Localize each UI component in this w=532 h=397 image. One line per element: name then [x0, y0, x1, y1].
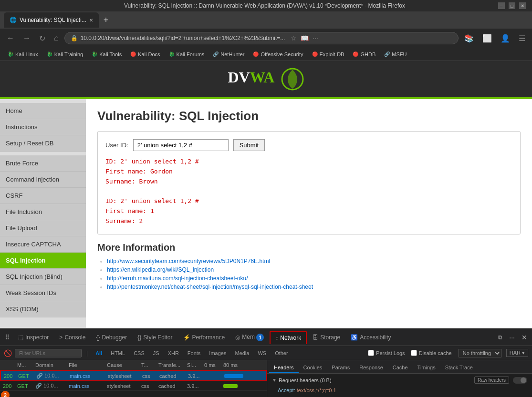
tab-close-button[interactable]: ✕ — [89, 18, 93, 23]
nethunter-icon: 🔗 — [213, 51, 219, 57]
close-button[interactable]: ✕ — [519, 2, 526, 9]
reload-button[interactable]: ↻ — [36, 33, 48, 44]
bookmark-nethunter[interactable]: 🔗 NetHunter — [209, 51, 248, 58]
sidebar-item-instructions[interactable]: Instructions — [0, 119, 86, 135]
disable-cache-checkbox[interactable] — [411, 350, 417, 356]
sidebar-item-sql-injection[interactable]: SQL Injection — [0, 253, 86, 269]
filter-xhr[interactable]: XHR — [165, 349, 182, 357]
tab-debugger[interactable]: {} Debugger — [91, 331, 132, 344]
detail-tab-timings[interactable]: Timings — [413, 363, 440, 373]
annotation-badge-2: 2 — [1, 391, 10, 397]
bookmark-msfu[interactable]: 🔗 MSFU — [380, 51, 410, 58]
bookmark-kali-forums[interactable]: 🐉 Kali Forums — [165, 51, 209, 58]
sidebar-item-insecure-captcha[interactable]: Insecure CAPTCHA — [0, 236, 86, 253]
link-4[interactable]: http://pentestmonkey.net/cheat-sheet/sql… — [107, 284, 313, 290]
userid-input[interactable] — [133, 139, 229, 151]
tab-memory[interactable]: ◎ Mem 1 — [230, 331, 269, 344]
filter-other[interactable]: Other — [272, 349, 291, 357]
filter-fonts[interactable]: Fonts — [185, 349, 204, 357]
raw-headers-button[interactable]: Raw headers — [474, 377, 509, 384]
bookmark-ghdb[interactable]: 🔴 GHDB — [349, 51, 379, 58]
menu-button[interactable]: ☰ — [516, 33, 528, 44]
sidebar-item-weak-session[interactable]: Weak Session IDs — [0, 285, 86, 301]
filter-css[interactable]: CSS — [131, 349, 147, 357]
sidebar-item-sql-injection-blind[interactable]: SQL Injection (Blind) — [0, 269, 86, 285]
account-button[interactable]: 👤 — [498, 33, 513, 44]
bookmark-kali-tools[interactable]: 🐉 Kali Tools — [88, 51, 125, 58]
clear-network-button[interactable]: 🚫 — [4, 349, 12, 357]
sidebar-item-setup[interactable]: Setup / Reset DB — [0, 135, 86, 152]
bookmark-exploit-db[interactable]: 🔴 Exploit-DB — [308, 51, 348, 58]
active-tab[interactable]: 🌐 Vulnerability: SQL Injecti... ✕ — [4, 12, 99, 28]
tab-console[interactable]: > Console — [54, 331, 90, 344]
col-time-0ms: 0 ms — [204, 362, 223, 368]
sidebar-item-file-inclusion[interactable]: File Inclusion — [0, 204, 86, 220]
filter-ws[interactable]: WS — [255, 349, 269, 357]
tab-accessibility[interactable]: ♿ Accessibility — [346, 331, 396, 344]
url-bar[interactable]: 🔒 10.0.0.20/dvwa/vulnerabilities/sqli/?i… — [64, 32, 459, 44]
detail-tab-cookies[interactable]: Cookies — [299, 363, 327, 373]
sidebar-item-file-upload[interactable]: File Upload — [0, 220, 86, 236]
new-tab-button[interactable]: + — [101, 15, 112, 25]
minimize-button[interactable]: − — [498, 2, 505, 9]
tab-network[interactable]: ↕ Network — [270, 331, 307, 344]
raw-toggle-switch[interactable] — [513, 377, 527, 384]
home-button[interactable]: ⌂ — [51, 33, 62, 43]
disable-cache-label[interactable]: Disable cache — [411, 350, 452, 356]
bookmark-kali-training[interactable]: 🐉 Kali Training — [43, 51, 87, 58]
restore-button[interactable]: □ — [509, 2, 515, 9]
filter-urls-input[interactable] — [15, 349, 82, 357]
detail-tab-headers[interactable]: Headers — [269, 363, 299, 373]
filter-media[interactable]: Media — [232, 349, 252, 357]
filter-js[interactable]: JS — [150, 349, 162, 357]
bookmark-star-button[interactable]: ☆ — [291, 34, 297, 42]
bookmark-offensive-security[interactable]: 🔴 Offensive Security — [249, 51, 307, 58]
bookmark-kali-docs[interactable]: 🔴 Kali Docs — [126, 51, 164, 58]
throttle-select[interactable]: No throttling — [459, 349, 501, 357]
detail-tab-response[interactable]: Response — [355, 363, 388, 373]
extensions-button[interactable]: 📚 — [461, 33, 477, 44]
link-2[interactable]: https://en.wikipedia.org/wiki/SQL_inject… — [107, 266, 214, 273]
sidebar-separator-1 — [0, 152, 86, 155]
sidebar-item-home[interactable]: Home — [0, 103, 86, 119]
header-accept: Accept: text/css,*/*;q=0.1 — [272, 386, 527, 396]
sidebar-item-csrf[interactable]: CSRF — [0, 188, 86, 204]
url-actions: ☆ 📖 ··· — [291, 34, 318, 42]
sidebar-item-xss-dom[interactable]: XSS (DOM) — [0, 301, 86, 317]
bookmark-kali-linux[interactable]: 🐉 Kali Linux — [4, 51, 42, 58]
tab-performance[interactable]: ⚡ Performance — [178, 331, 230, 344]
raw-toggle-label[interactable] — [513, 377, 527, 384]
link-1[interactable]: http://www.securityteam.com/securityrevi… — [107, 258, 270, 265]
devtools-more-button[interactable]: ··· — [506, 334, 518, 341]
network-request-row-1[interactable]: 200 GET 🔗 10.0... main.css stylesheet cs… — [0, 370, 267, 381]
filter-html[interactable]: HTML — [108, 349, 128, 357]
tab-inspector[interactable]: ⬚ Inspector — [13, 331, 53, 344]
persist-logs-label[interactable]: Persist Logs — [368, 350, 405, 356]
detail-tab-cache[interactable]: Cache — [388, 363, 413, 373]
persist-logs-checkbox[interactable] — [368, 350, 374, 356]
network-request-row-2[interactable]: 200 GET 🔗 10.0... main.css stylesheet cs… — [0, 381, 267, 391]
har-button[interactable]: HAR ▾ — [506, 349, 528, 357]
waterfall-bar-2 — [223, 384, 238, 388]
request-detail-tabs: Headers Cookies Params Response Cache Ti… — [267, 360, 532, 374]
network-column-headers: M... Domain File Cause T... Transfe... S… — [0, 360, 267, 370]
forward-button[interactable]: → — [20, 33, 33, 43]
filter-images[interactable]: Images — [206, 349, 229, 357]
sidebar-item-brute-force[interactable]: Brute Force — [0, 155, 86, 172]
sync-button[interactable]: ⬜ — [480, 33, 495, 44]
devtools-dock-button[interactable]: ⧉ — [495, 334, 505, 341]
detail-tab-params[interactable]: Params — [327, 363, 355, 373]
devtools-close-button[interactable]: ✕ — [519, 334, 530, 341]
filter-all[interactable]: All — [93, 349, 105, 357]
devtools-drag-button[interactable]: ⠿ — [2, 334, 12, 341]
detail-tab-stack-trace[interactable]: Stack Trace — [440, 363, 478, 373]
submit-button[interactable]: Submit — [233, 139, 265, 151]
tab-style-editor[interactable]: {} Style Editor — [133, 331, 177, 344]
list-item: http://pentestmonkey.net/cheat-sheet/sql… — [107, 284, 521, 290]
sidebar-item-command-injection[interactable]: Command Injection — [0, 172, 86, 188]
more-options-button[interactable]: ··· — [313, 34, 318, 42]
link-3[interactable]: http://ferruh.mavituna.com/sql-injection… — [107, 275, 248, 282]
reader-mode-button[interactable]: 📖 — [301, 34, 309, 42]
tab-storage[interactable]: 🗄 Storage — [308, 331, 345, 344]
back-button[interactable]: ← — [4, 33, 17, 43]
